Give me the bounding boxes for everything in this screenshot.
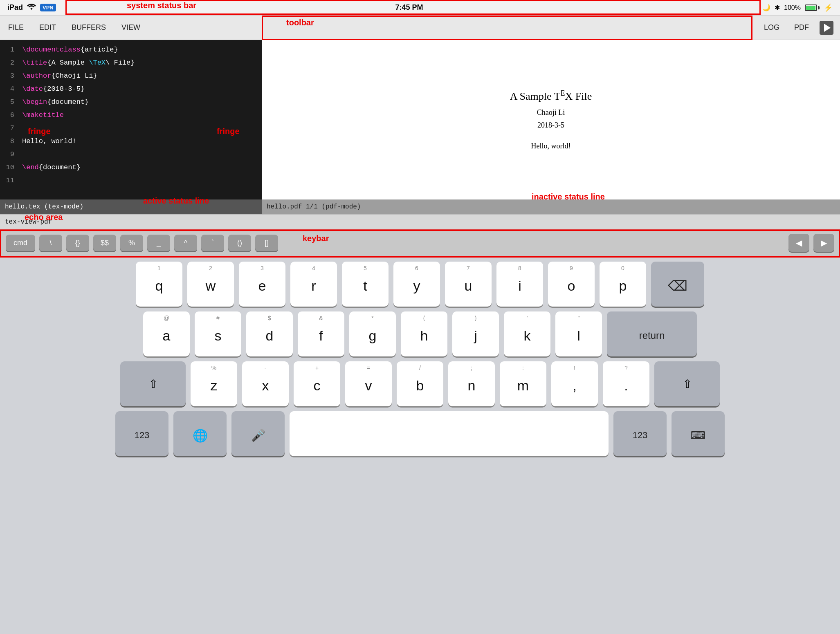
echo-area: tex-view-pdf <box>0 214 840 229</box>
key-c[interactable]: +c <box>294 361 340 406</box>
keybar-backtick[interactable]: ` <box>201 235 224 251</box>
system-status-bar: iPad VPN 7:45 PM 🌙 ✱ 100% ⚡ <box>0 0 840 16</box>
key-w[interactable]: 2w <box>187 262 234 307</box>
keybar-percent[interactable]: % <box>120 235 143 251</box>
status-bar-left: iPad VPN <box>7 3 56 12</box>
key-h[interactable]: (h <box>401 311 447 356</box>
keyboard-row-1: 1q 2w 3e 4r 5t 6y 7u 8i 9o 0p ⌫ <box>3 262 837 307</box>
line-num: 4 <box>3 83 14 96</box>
menu-view[interactable]: VIEW <box>120 21 142 34</box>
key-k[interactable]: 'k <box>504 311 550 356</box>
keybar-underscore[interactable]: _ <box>147 235 170 251</box>
keybar: cmd \ {} $$ % _ ^ ` () [] ◀ ▶ <box>0 229 840 257</box>
key-v[interactable]: =v <box>345 361 392 406</box>
moon-icon: 🌙 <box>762 4 770 11</box>
line-num: 11 <box>3 174 14 187</box>
menu-edit[interactable]: EDIT <box>38 21 58 34</box>
status-bar-right: 🌙 ✱ 100% ⚡ <box>762 3 833 12</box>
key-l[interactable]: "l <box>555 311 602 356</box>
keyboard-row-3: ⇧ %z -x +c =v /b ;n :m !, ?. ⇧ <box>3 361 837 406</box>
line-num: 5 <box>3 96 14 109</box>
play-button[interactable] <box>820 21 833 35</box>
menu-file[interactable]: FILE <box>7 21 25 34</box>
keybar-braces[interactable]: {} <box>66 235 89 251</box>
pdf-body: Hello, world! <box>510 142 592 150</box>
keybar-dollars[interactable]: $$ <box>93 235 116 251</box>
pdf-date: 2018-3-5 <box>510 121 592 130</box>
key-emoji[interactable]: 🌐 <box>173 411 227 456</box>
play-icon <box>824 24 831 32</box>
key-shift-left[interactable]: ⇧ <box>120 361 186 406</box>
pdf-content: A Sample TEX File Chaoji Li 2018-3-5 Hel… <box>510 89 592 150</box>
key-space[interactable] <box>290 411 609 456</box>
key-t[interactable]: 5t <box>342 262 389 307</box>
key-d[interactable]: $d <box>246 311 293 356</box>
line-num: 8 <box>3 135 14 148</box>
toolbar: FILE EDIT BUFFERS VIEW LOG PDF <box>0 16 840 40</box>
keybar-left-arrow[interactable]: ◀ <box>788 234 809 252</box>
wifi-icon <box>27 3 36 12</box>
menu-buffers[interactable]: BUFFERS <box>70 21 108 34</box>
key-x[interactable]: -x <box>242 361 289 406</box>
key-j[interactable]: )j <box>452 311 499 356</box>
key-backspace[interactable]: ⌫ <box>651 262 704 307</box>
bluetooth-icon: ✱ <box>775 4 780 11</box>
pdf-title: A Sample TEX File <box>510 89 592 103</box>
keybar-right-arrow[interactable]: ▶ <box>813 234 834 252</box>
key-num-left[interactable]: 123 <box>115 411 168 456</box>
pdf-pane: A Sample TEX File Chaoji Li 2018-3-5 Hel… <box>262 40 840 199</box>
status-lines: hello.tex (tex-mode) hello.pdf 1/1 (pdf-… <box>0 199 840 214</box>
key-e[interactable]: 3e <box>239 262 285 307</box>
key-p[interactable]: 0p <box>600 262 646 307</box>
log-button[interactable]: LOG <box>760 21 784 34</box>
key-num-right[interactable]: 123 <box>613 411 667 456</box>
battery-percent: 100% <box>784 4 801 11</box>
key-f[interactable]: &f <box>298 311 344 356</box>
key-q[interactable]: 1q <box>136 262 182 307</box>
line-num: 9 <box>3 148 14 161</box>
charging-icon: ⚡ <box>824 3 833 12</box>
key-r[interactable]: 4r <box>290 262 337 307</box>
keybar-parens[interactable]: () <box>228 235 251 251</box>
keybar-brackets[interactable]: [] <box>255 235 278 251</box>
key-g[interactable]: *g <box>349 311 396 356</box>
key-n[interactable]: ;n <box>448 361 495 406</box>
key-period[interactable]: ?. <box>603 361 649 406</box>
key-a[interactable]: @a <box>143 311 190 356</box>
echo-area-text: tex-view-pdf <box>5 218 52 226</box>
key-mic[interactable]: 🎤 <box>231 411 285 456</box>
keybar-cmd[interactable]: cmd <box>6 235 35 251</box>
line-numbers: 1 2 3 4 5 6 7 8 9 10 11 <box>0 40 17 199</box>
line-num: 6 <box>3 109 14 122</box>
keyboard-row-bottom: 123 🌐 🎤 123 ⌨ <box>3 411 837 456</box>
key-z[interactable]: %z <box>191 361 237 406</box>
key-i[interactable]: 8i <box>496 262 543 307</box>
line-num: 10 <box>3 161 14 174</box>
pdf-author: Chaoji Li <box>510 108 592 117</box>
inactive-status-line: hello.pdf 1/1 (pdf-mode) <box>262 199 840 214</box>
line-num: 2 <box>3 56 14 69</box>
key-y[interactable]: 6y <box>393 262 440 307</box>
key-shift-right[interactable]: ⇧ <box>654 361 720 406</box>
key-comma[interactable]: !, <box>551 361 598 406</box>
keyboard-row-2: @a #s $d &f *g (h )j 'k "l return <box>3 311 837 356</box>
key-o[interactable]: 9o <box>548 262 595 307</box>
code-text[interactable]: \documentclass{article} \title{A Sample … <box>17 40 262 199</box>
line-num: 3 <box>3 69 14 83</box>
key-s[interactable]: #s <box>195 311 241 356</box>
active-status-line: hello.tex (tex-mode) <box>0 199 262 214</box>
line-num: 1 <box>3 43 14 56</box>
key-u[interactable]: 7u <box>445 262 492 307</box>
device-label: iPad <box>7 3 23 12</box>
key-return[interactable]: return <box>607 311 697 356</box>
key-b[interactable]: /b <box>397 361 443 406</box>
status-bar-time: 7:45 PM <box>395 3 423 12</box>
keybar-backslash[interactable]: \ <box>39 235 62 251</box>
keybar-caret[interactable]: ^ <box>174 235 197 251</box>
key-keyboard[interactable]: ⌨ <box>672 411 725 456</box>
pdf-button[interactable]: PDF <box>790 21 813 34</box>
toolbar-right: LOG PDF <box>760 21 833 35</box>
line-num: 7 <box>3 122 14 135</box>
key-m[interactable]: :m <box>500 361 546 406</box>
code-pane[interactable]: 1 2 3 4 5 6 7 8 9 10 11 \documentclass{a… <box>0 40 262 199</box>
